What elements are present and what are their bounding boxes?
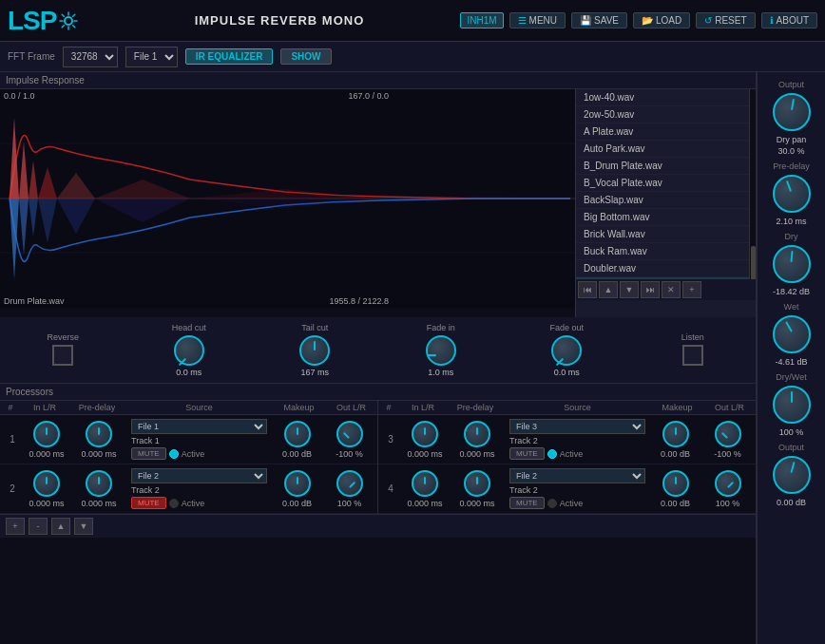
file-list-first-btn[interactable]: ⏮: [578, 281, 597, 298]
svg-marker-12: [10, 199, 19, 279]
proc-2-inlr-knob[interactable]: [33, 470, 60, 497]
ir-filename: Drum Plate.wav: [4, 296, 65, 306]
show-button[interactable]: SHOW: [280, 48, 331, 65]
proc-3-makeup-val: 0.00 dB: [661, 449, 690, 459]
proc-1-inlr-val: 0.000 ms: [29, 449, 64, 459]
file-list-next-btn[interactable]: ▼: [620, 281, 639, 298]
tail-cut-knob[interactable]: [299, 335, 330, 366]
proc-add-btn[interactable]: +: [6, 518, 25, 535]
file-list-item-5[interactable]: B_Vocal Plate.wav: [576, 175, 756, 192]
svg-marker-13: [19, 199, 29, 256]
proc-3-outlr-val: -100 %: [714, 449, 741, 459]
fade-in-value: 1.0 ms: [428, 368, 453, 377]
controls-row: Reverse Head cut 0.0 ms Tail cut 167 ms …: [0, 317, 756, 384]
save-button[interactable]: 💾 SAVE: [571, 12, 627, 28]
head-cut-knob[interactable]: [174, 335, 204, 366]
proc-1-file-select[interactable]: File 1 File 2 File 3: [131, 419, 267, 434]
proc-2-active-label: Active: [182, 499, 205, 508]
output-knob[interactable]: [773, 456, 811, 494]
proc-3-makeup: 0.00 dB: [649, 421, 701, 459]
drywet-section-label: Dry/Wet: [776, 372, 806, 382]
load-icon: 📂: [642, 15, 653, 26]
file-list-last-btn[interactable]: ⏭: [641, 281, 660, 298]
proc-4-predelay-knob[interactable]: [464, 470, 490, 497]
file-list-item-9[interactable]: Buck Ram.wav: [576, 243, 756, 260]
col-header-predelay-left: Pre-delay: [68, 401, 125, 414]
file-list-scrollbar[interactable]: [749, 89, 756, 279]
col-header-num-left: #: [0, 401, 21, 414]
reset-button[interactable]: ↺ RESET: [696, 12, 755, 28]
proc-1-mute-btn[interactable]: MUTE: [131, 447, 166, 460]
proc-row-2: 2 0.000 ms 0.000 ms File 2 Fil: [0, 464, 377, 514]
proc-3-btns: MUTE Active: [509, 447, 645, 460]
proc-down-btn[interactable]: ▼: [74, 518, 93, 535]
proc-3-predelay-knob[interactable]: [464, 421, 490, 447]
drywet-knob[interactable]: [773, 386, 811, 424]
proc-1-outlr: -100 %: [323, 421, 375, 459]
proc-1-makeup-knob[interactable]: [284, 421, 311, 447]
proc-1-outlr-knob[interactable]: [336, 421, 363, 447]
file-list-item-2[interactable]: A Plate.wav: [576, 123, 756, 141]
pre-delay-knob[interactable]: [773, 175, 811, 213]
proc-4-mute-btn[interactable]: MUTE: [509, 497, 545, 509]
proc-left-headers: # In L/R Pre-delay Source Makeup Out L/R: [0, 401, 377, 414]
proc-3-file-select[interactable]: File 3 File 1 File 2: [509, 419, 645, 434]
proc-1-predelay-knob[interactable]: [86, 421, 112, 447]
listen-checkbox[interactable]: [682, 345, 703, 366]
about-button[interactable]: ℹ ABOUT: [761, 12, 817, 28]
col-header-outlr-left: Out L/R: [325, 401, 377, 414]
proc-3-makeup-knob[interactable]: [662, 421, 689, 447]
proc-3-inlr-knob[interactable]: [412, 421, 438, 447]
file-list-item-0[interactable]: 1ow-40.wav: [576, 89, 756, 106]
proc-remove-btn[interactable]: -: [29, 518, 48, 535]
fade-out-knob[interactable]: [551, 335, 582, 366]
proc-2-outlr-knob[interactable]: [336, 470, 363, 497]
proc-row-4: 4 0.000 ms 0.000 ms File 2 Fil: [378, 464, 756, 514]
file-list-add-btn[interactable]: +: [682, 281, 701, 298]
proc-bottom-bar: + - ▲ ▼: [0, 514, 756, 538]
proc-3-outlr-knob[interactable]: [715, 421, 741, 447]
proc-2-predelay-knob[interactable]: [86, 470, 112, 497]
proc-2-file-select[interactable]: File 2 File 1 File 3: [131, 468, 267, 483]
file-list-item-11[interactable]: Drum Plate.wav: [576, 277, 756, 279]
tail-cut-control: Tail cut 167 ms: [252, 321, 378, 379]
dry-pan-knob[interactable]: [773, 93, 811, 131]
load-button[interactable]: 📂 LOAD: [633, 12, 690, 28]
head-cut-control: Head cut 0.0 ms: [126, 321, 253, 379]
file-list-scroll[interactable]: 1ow-40.wav 2ow-50.wav A Plate.wav Auto P…: [576, 89, 756, 279]
file-list-item-8[interactable]: Brick Wall.wav: [576, 226, 756, 243]
file-list-prev-btn[interactable]: ▲: [599, 281, 618, 298]
file-list-item-6[interactable]: BackSlap.wav: [576, 192, 756, 209]
proc-2-makeup-knob[interactable]: [284, 470, 311, 497]
proc-4-file-select[interactable]: File 2 File 1 File 3: [509, 468, 645, 483]
fade-in-knob[interactable]: [426, 335, 456, 366]
file-list-item-3[interactable]: Auto Park.wav: [576, 141, 756, 158]
output-section-label: Output: [778, 80, 804, 89]
proc-1-outlr-val: -100 %: [336, 449, 363, 459]
wet-knob[interactable]: [773, 315, 811, 353]
proc-3-mute-btn[interactable]: MUTE: [509, 447, 545, 460]
ir-bottom-right: 1955.8 / 2122.8: [329, 296, 389, 306]
menu-button[interactable]: ☰ MENU: [509, 12, 566, 28]
file-list-remove-btn[interactable]: ✕: [662, 281, 681, 298]
col-header-source-left: Source: [125, 401, 273, 414]
file-list-item-1[interactable]: 2ow-50.wav: [576, 106, 756, 123]
dry-knob[interactable]: [773, 245, 811, 283]
ir-equalizer-button[interactable]: IR EQUALIZER: [185, 48, 274, 65]
proc-4-makeup-knob[interactable]: [662, 470, 689, 497]
reverse-checkbox[interactable]: [52, 345, 73, 366]
proc-4-inlr-knob[interactable]: [412, 470, 438, 497]
proc-1-inlr-knob[interactable]: [33, 421, 60, 447]
proc-up-btn[interactable]: ▲: [51, 518, 70, 535]
file-select[interactable]: File 1 File 2 File 3: [125, 47, 178, 67]
file-list-item-7[interactable]: Big Bottom.wav: [576, 209, 756, 226]
svg-marker-9: [95, 180, 190, 199]
fft-select[interactable]: 32768 16384 8192 4096: [63, 47, 118, 67]
file-list-panel: 1ow-40.wav 2ow-50.wav A Plate.wav Auto P…: [575, 89, 756, 317]
scrollbar-thumb[interactable]: [751, 246, 756, 279]
proc-4-outlr-knob[interactable]: [715, 470, 741, 497]
proc-4-inlr: 0.000 ms: [401, 470, 449, 508]
proc-2-mute-btn[interactable]: MUTE: [131, 497, 166, 509]
file-list-item-4[interactable]: B_Drum Plate.wav: [576, 158, 756, 175]
file-list-item-10[interactable]: Doubler.wav: [576, 260, 756, 277]
